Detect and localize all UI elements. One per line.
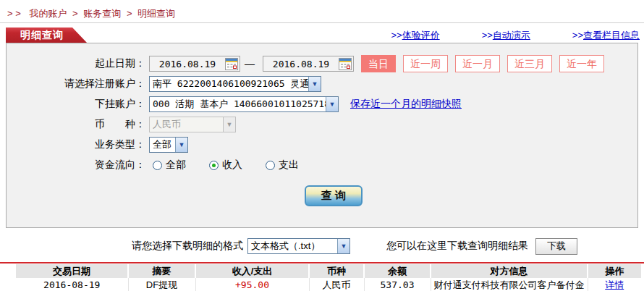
radio-icon[interactable] — [266, 161, 275, 170]
chevron-down-icon[interactable]: ▼ — [326, 97, 338, 111]
fund-flow-radio-group: 全部 收入 支出 — [153, 159, 322, 172]
quick-range-today-button[interactable]: 当日 — [361, 55, 396, 72]
radio-icon[interactable] — [153, 161, 162, 170]
table-top-rule — [0, 262, 644, 263]
quick-range-last-year-button[interactable]: 近一年 — [559, 55, 604, 72]
register-account-row: 请选择注册账户： 南平 6222001406100921065 灵通卡 ▼ — [7, 74, 637, 94]
column-header-summary: 摘要 — [128, 264, 195, 278]
view-column-info-link[interactable]: >>查看栏目信息 — [572, 29, 640, 42]
download-format-select[interactable]: 文本格式（.txt） ▼ — [247, 238, 350, 254]
end-date-value: 2016.08.19 — [263, 59, 339, 69]
divider — [0, 22, 644, 23]
register-account-label: 请选择注册账户： — [7, 77, 145, 90]
download-hint: 您可以在这里下载查询明细结果 — [386, 240, 528, 253]
section-header: 明细查询 >>体验评价 >>自动演示 >>查看栏目信息 — [0, 28, 644, 43]
save-monthly-snapshot-link[interactable]: 保存近一个月的明细快照 — [350, 98, 462, 111]
column-header-date: 交易日期 — [16, 264, 128, 278]
link-arrows: >> — [391, 30, 402, 41]
end-date-input[interactable]: 2016.08.19 — [263, 56, 354, 72]
currency-label: 币 种： — [7, 118, 145, 131]
detail-query-page: > > 我的账户 > 账务查询 > 明细查询 明细查询 >>体验评价 >>自动演… — [0, 0, 644, 291]
radio-label: 收入 — [222, 159, 242, 172]
experience-rating-link[interactable]: >>体验评价 — [391, 29, 439, 42]
fund-flow-option-income[interactable]: 收入 — [209, 159, 242, 172]
breadcrumb-item-account-query[interactable]: 账务查询 — [83, 8, 121, 19]
quick-range-last-3-months-button[interactable]: 近三月 — [507, 55, 552, 72]
cell-action: 详情 — [588, 278, 641, 291]
breadcrumb-separator: > — [72, 8, 78, 19]
radio-checked-icon[interactable] — [209, 161, 219, 170]
radio-label: 全部 — [166, 159, 186, 172]
cell-counterparty: 财付通支付科技有限公司客户备付金 — [431, 278, 588, 291]
link-arrows: >> — [482, 30, 493, 41]
cell-summary: DF提现 — [128, 278, 195, 291]
register-account-value: 南平 6222001406100921065 灵通卡 — [150, 77, 308, 90]
fund-flow-row: 资金流向： 全部 收入 支出 — [7, 155, 637, 175]
breadcrumb-separator: > — [127, 8, 132, 19]
currency-value: 人民币 — [150, 118, 223, 131]
column-header-balance: 余额 — [364, 264, 431, 278]
currency-row: 币 种： 人民币 ▼ — [7, 114, 637, 135]
link-label: 查看栏目信息 — [583, 30, 640, 41]
cell-currency: 人民币 — [309, 278, 364, 291]
start-date-input[interactable]: 2016.08.19 — [149, 56, 240, 72]
quick-range-last-month-button[interactable]: 近一月 — [455, 55, 500, 72]
fund-flow-option-all[interactable]: 全部 — [153, 159, 186, 172]
transaction-table: 交易日期 摘要 收入/支出 币种 余额 对方信息 操作 2016-08-19 D… — [16, 264, 641, 291]
business-type-value: 全部 — [150, 138, 175, 151]
calendar-icon[interactable] — [225, 58, 238, 70]
calendar-icon[interactable] — [339, 58, 352, 70]
business-type-row: 业务类型： 全部 ▼ — [7, 135, 637, 155]
cell-date: 2016-08-19 — [16, 278, 128, 291]
date-range-row: 起止日期： 2016.08.19 — 2016.08.19 — [7, 54, 637, 74]
table-header-row: 交易日期 摘要 收入/支出 币种 余额 对方信息 操作 — [16, 264, 641, 278]
detail-link[interactable]: 详情 — [605, 279, 624, 290]
fund-flow-option-expense[interactable]: 支出 — [266, 159, 299, 172]
chevron-down-icon: ▼ — [223, 117, 235, 132]
column-header-counterparty: 对方信息 — [431, 264, 588, 278]
column-header-currency: 币种 — [309, 264, 364, 278]
sub-account-row: 下挂账户： 000 活期 基本户 1406600101102571848 ▼ 保… — [7, 94, 637, 114]
breadcrumb: > > 我的账户 > 账务查询 > 明细查询 — [0, 0, 644, 19]
query-form-panel: 起止日期： 2016.08.19 — 2016.08.19 — [6, 43, 638, 228]
breadcrumb-prefix: > > — [7, 8, 21, 19]
table-row: 2016-08-19 DF提现 +95.00 人民币 537.03 财付通支付科… — [16, 278, 641, 291]
download-row: 请您选择下载明细的格式 文本格式（.txt） ▼ 您可以在这里下载查询明细结果 … — [0, 237, 644, 256]
sub-account-label: 下挂账户： — [7, 98, 145, 111]
column-header-amount: 收入/支出 — [195, 264, 309, 278]
chevron-down-icon[interactable]: ▼ — [175, 138, 187, 152]
sub-account-value: 000 活期 基本户 1406600101102571848 — [150, 98, 326, 111]
cell-amount: +95.00 — [195, 278, 309, 291]
download-button[interactable]: 下载 — [535, 238, 577, 255]
header-links: >>体验评价 >>自动演示 >>查看栏目信息 — [391, 29, 640, 42]
download-format-value: 文本格式（.txt） — [248, 240, 337, 253]
cell-balance: 537.03 — [364, 278, 431, 291]
auto-demo-link[interactable]: >>自动演示 — [482, 29, 530, 42]
date-range-label: 起止日期： — [7, 57, 145, 70]
breadcrumb-item-detail-query[interactable]: 明细查询 — [137, 8, 175, 19]
tab-detail-query[interactable]: 明细查询 — [6, 28, 87, 43]
link-label: 自动演示 — [493, 30, 530, 41]
fund-flow-label: 资金流向： — [7, 159, 145, 172]
business-type-select[interactable]: 全部 ▼ — [149, 137, 188, 153]
currency-select: 人民币 ▼ — [149, 117, 236, 132]
breadcrumb-item-my-account[interactable]: 我的账户 — [29, 8, 67, 19]
quick-range-last-week-button[interactable]: 近一周 — [403, 55, 448, 72]
chevron-down-icon[interactable]: ▼ — [337, 239, 349, 253]
radio-label: 支出 — [279, 159, 299, 172]
business-type-label: 业务类型： — [7, 138, 145, 151]
register-account-select[interactable]: 南平 6222001406100921065 灵通卡 ▼ — [149, 76, 321, 92]
download-format-label: 请您选择下载明细的格式 — [132, 240, 243, 253]
query-button[interactable]: 查 询 — [305, 185, 363, 206]
link-arrows: >> — [572, 30, 583, 41]
sub-account-select[interactable]: 000 活期 基本户 1406600101102571848 ▼ — [149, 96, 339, 112]
date-separator: — — [245, 58, 255, 69]
link-label: 体验评价 — [402, 30, 440, 41]
query-button-row: 查 询 — [7, 185, 637, 206]
start-date-value: 2016.08.19 — [150, 59, 225, 69]
column-header-action: 操作 — [588, 264, 641, 278]
chevron-down-icon[interactable]: ▼ — [308, 77, 321, 91]
